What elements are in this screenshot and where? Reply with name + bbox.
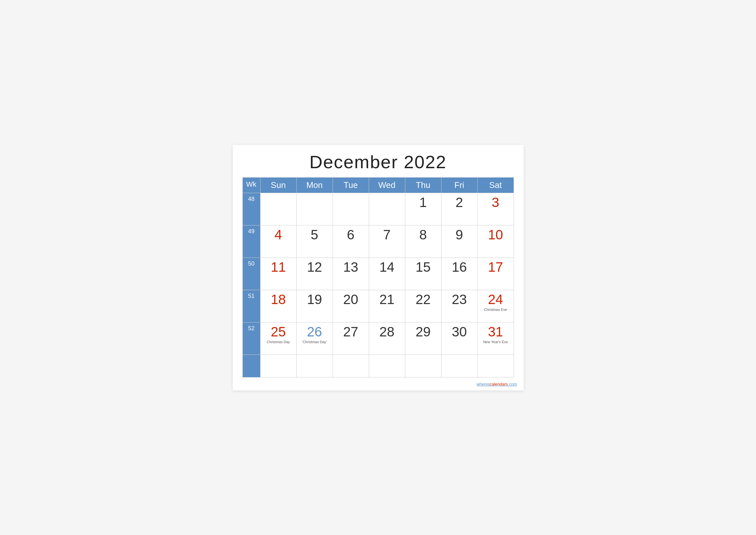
tue-header: Tue (333, 177, 369, 193)
day-number: 26 (299, 325, 331, 339)
day-cell: 15 (405, 258, 441, 290)
day-cell: 25Christmas Day (260, 322, 296, 354)
day-number: 11 (262, 260, 294, 274)
day-cell: 9 (441, 225, 477, 258)
day-cell: 26'Christmas Day' (296, 322, 333, 354)
wk-cell: 50 (242, 258, 260, 290)
day-cell: 24Christmas Eve (477, 290, 514, 322)
day-number: 1 (407, 196, 439, 209)
day-number: 14 (371, 260, 403, 274)
day-cell: 6 (333, 225, 369, 258)
day-cell: 1 (405, 193, 441, 225)
sat-header: Sat (477, 177, 514, 193)
day-cell (333, 193, 369, 225)
day-number: 15 (407, 260, 439, 274)
empty-day-cell (441, 354, 477, 377)
day-cell: 17 (477, 258, 514, 290)
calendar-table: Wk Sun Mon Tue Wed Thu Fri Sat 481234945… (242, 177, 514, 378)
day-number: 17 (480, 260, 512, 274)
holiday-label: Christmas Day (262, 340, 294, 344)
day-number: 13 (335, 260, 367, 274)
day-number: 4 (262, 228, 294, 241)
day-cell: 18 (260, 290, 296, 322)
calendar-row: 5225Christmas Day26'Christmas Day'272829… (242, 322, 514, 354)
holiday-label: Christmas Eve (480, 308, 512, 312)
day-cell: 28 (369, 322, 405, 354)
wed-header: Wed (369, 177, 405, 193)
wk-cell: 49 (242, 225, 260, 258)
day-cell: 13 (333, 258, 369, 290)
day-cell (260, 193, 296, 225)
day-number: 18 (262, 293, 294, 306)
day-cell: 27 (333, 322, 369, 354)
calendar-row: 5011121314151617 (242, 258, 514, 290)
day-number: 23 (444, 293, 475, 306)
day-number: 27 (335, 325, 367, 339)
day-cell: 2 (441, 193, 477, 225)
footer-link[interactable]: wheniscalendars.com (476, 382, 517, 386)
day-cell: 5 (296, 225, 333, 258)
day-number: 19 (299, 293, 331, 306)
day-cell: 22 (405, 290, 441, 322)
empty-day-cell (369, 354, 405, 377)
day-cell (369, 193, 405, 225)
thu-header: Thu (405, 177, 441, 193)
day-cell: 29 (405, 322, 441, 354)
calendar-title: December 2022 (242, 152, 514, 172)
day-cell: 20 (333, 290, 369, 322)
holiday-label: New Year's Eve (480, 340, 512, 344)
day-cell: 31New Year's Eve (477, 322, 514, 354)
day-number: 30 (444, 325, 475, 339)
day-cell: 16 (441, 258, 477, 290)
empty-row (242, 354, 514, 377)
day-number: 9 (444, 228, 475, 241)
footer-text-black: whenis (476, 382, 489, 386)
day-number: 29 (407, 325, 439, 339)
day-number: 22 (407, 293, 439, 306)
calendar-container: December 2022 Wk Sun Mon Tue Wed Thu Fri… (233, 145, 524, 390)
day-number: 25 (262, 325, 294, 339)
day-number: 16 (444, 260, 475, 274)
day-number: 12 (299, 260, 331, 274)
day-cell: 14 (369, 258, 405, 290)
wk-cell: 51 (242, 290, 260, 322)
day-cell: 19 (296, 290, 333, 322)
day-cell: 10 (477, 225, 514, 258)
empty-wk-cell (242, 354, 260, 377)
day-number: 8 (407, 228, 439, 241)
day-cell: 30 (441, 322, 477, 354)
day-cell: 12 (296, 258, 333, 290)
day-number: 6 (335, 228, 367, 241)
day-cell: 3 (477, 193, 514, 225)
empty-day-cell (333, 354, 369, 377)
day-number: 28 (371, 325, 403, 339)
holiday-label: 'Christmas Day' (299, 340, 331, 344)
empty-day-cell (296, 354, 333, 377)
footer-text-red: calendars (490, 382, 508, 386)
day-cell: 8 (405, 225, 441, 258)
empty-day-cell (405, 354, 441, 377)
wk-header: Wk (242, 177, 260, 193)
wk-cell: 52 (242, 322, 260, 354)
day-cell: 4 (260, 225, 296, 258)
day-number: 5 (299, 228, 331, 241)
wk-cell: 48 (242, 193, 260, 225)
day-number: 21 (371, 293, 403, 306)
day-cell (296, 193, 333, 225)
day-number: 7 (371, 228, 403, 241)
day-cell: 7 (369, 225, 405, 258)
day-number: 3 (480, 196, 512, 209)
day-number: 24 (480, 293, 512, 306)
day-cell: 11 (260, 258, 296, 290)
empty-day-cell (477, 354, 514, 377)
day-number: 10 (480, 228, 512, 241)
day-cell: 21 (369, 290, 405, 322)
calendar-row: 48123 (242, 193, 514, 225)
calendar-row: 5118192021222324Christmas Eve (242, 290, 514, 322)
day-cell: 23 (441, 290, 477, 322)
day-number: 2 (444, 196, 475, 209)
mon-header: Mon (296, 177, 333, 193)
sun-header: Sun (260, 177, 296, 193)
day-number: 31 (480, 325, 512, 339)
fri-header: Fri (441, 177, 477, 193)
